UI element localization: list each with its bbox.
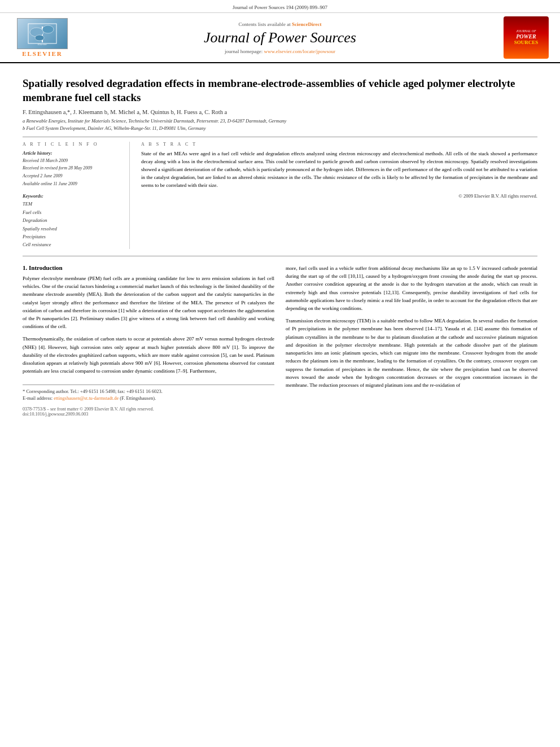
footnote-email: E-mail address: ettingshausen@st.tu-darm… xyxy=(23,395,274,401)
article-dates: Received 18 March 2009 Received in revis… xyxy=(23,157,121,187)
intro-heading: 1. Introduction xyxy=(23,264,274,271)
contents-line: Contents lists available at ScienceDirec… xyxy=(73,21,487,27)
received-date: Received 18 March 2009 xyxy=(23,157,121,165)
email-label: E-mail address: xyxy=(23,395,53,401)
header-center: Contents lists available at ScienceDirec… xyxy=(73,21,487,54)
svg-text:Elsevier: Elsevier xyxy=(37,43,47,46)
accepted-date: Accepted 2 June 2009 xyxy=(23,172,121,180)
keyword-4: Spatially resolved xyxy=(23,225,121,233)
homepage-label: journal homepage: xyxy=(225,49,262,54)
badge-line3: SOURCES xyxy=(514,40,539,46)
article-info-col: A R T I C L E I N F O Article history: R… xyxy=(23,142,130,249)
email-suffix: (F. Ettingshausen). xyxy=(120,395,156,401)
sciencedirect-link[interactable]: ScienceDirect xyxy=(292,21,321,27)
article-body: Spatially resolved degradation effects i… xyxy=(0,63,560,428)
affiliation-b: b Fuel Cell System Development, Daimler … xyxy=(23,125,537,132)
contents-label: Contents lists available at xyxy=(239,21,291,27)
intro-para-2: Thermodynamically, the oxidation of carb… xyxy=(23,335,274,375)
svg-point-3 xyxy=(42,25,54,33)
svg-point-4 xyxy=(35,35,44,41)
right-para-1: more, fuel cells used in a vehicle suffe… xyxy=(286,264,537,312)
elsevier-tree-icon: Elsevier xyxy=(25,21,59,46)
journal-ref-text: Journal of Power Sources 194 (2009) 899–… xyxy=(233,5,327,10)
journal-homepage: journal homepage: www.elsevier.com/locat… xyxy=(73,49,487,54)
right-col: more, fuel cells used in a vehicle suffe… xyxy=(286,264,537,417)
elsevier-brand-text: ELSEVIER xyxy=(22,50,63,57)
abstract-label: A B S T R A C T xyxy=(141,142,537,147)
divider-1 xyxy=(23,137,537,137)
footer-bottom: 0378-7753/$ – see front matter © 2009 El… xyxy=(23,407,274,412)
affiliations: a Renewable Energies, Institute for Mate… xyxy=(23,117,537,132)
keyword-6: Cell resistance xyxy=(23,241,121,248)
article-title: Spatially resolved degradation effects i… xyxy=(23,77,537,104)
header-left: Elsevier ELSEVIER xyxy=(11,18,73,57)
keywords-list: TEM Fuel cells Degradation Spatially res… xyxy=(23,200,121,249)
keyword-3: Degradation xyxy=(23,216,121,224)
divider-2 xyxy=(23,256,537,256)
main-content: 1. Introduction Polymer electrolyte memb… xyxy=(23,264,537,417)
abstract-col: A B S T R A C T State of the art MEAs we… xyxy=(141,142,537,249)
elsevier-logo: Elsevier ELSEVIER xyxy=(11,18,73,57)
article-footer: * Corresponding author. Tel.: +49 6151 1… xyxy=(23,385,274,417)
journal-badge: JOURNAL OF POWER SOURCES xyxy=(504,16,549,59)
keyword-1: TEM xyxy=(23,200,121,208)
badge-line1: JOURNAL OF POWER xyxy=(516,29,536,40)
available-date: Available online 11 June 2009 xyxy=(23,180,121,188)
homepage-url[interactable]: www.elsevier.com/locate/jpowsour xyxy=(264,49,335,54)
info-abstract-row: A R T I C L E I N F O Article history: R… xyxy=(23,142,537,249)
revised-date: Received in revised form 28 May 2009 xyxy=(23,164,121,172)
abstract-text: State of the art MEAs were aged in a fue… xyxy=(141,150,537,190)
journal-title: Journal of Power Sources xyxy=(73,29,487,46)
copyright-line: © 2009 Elsevier B.V. All rights reserved… xyxy=(141,193,537,199)
header-band: Elsevier ELSEVIER Contents lists availab… xyxy=(0,13,560,63)
doi-line: doi:10.1016/j.jpowsour.2009.06.003 xyxy=(23,412,274,417)
email-address[interactable]: ettingshausen@st.tu-darmstadt.de xyxy=(54,395,119,401)
keywords-label: Keywords: xyxy=(23,193,121,199)
intro-para-1: Polymer electrolyte membrane (PEM) fuel … xyxy=(23,274,274,331)
journal-ref-top: Journal of Power Sources 194 (2009) 899–… xyxy=(0,0,560,13)
issn-line: 0378-7753/$ – see front matter © 2009 El… xyxy=(23,407,154,412)
right-para-2: Transmission electron microscopy (TEM) i… xyxy=(286,317,537,389)
keyword-5: Precipitates xyxy=(23,233,121,241)
affiliation-a: a Renewable Energies, Institute for Mate… xyxy=(23,117,537,125)
elsevier-logo-image: Elsevier xyxy=(17,18,68,49)
article-history-label: Article history: xyxy=(23,150,121,156)
page: Journal of Power Sources 194 (2009) 899–… xyxy=(0,0,560,747)
header-right: JOURNAL OF POWER SOURCES xyxy=(487,16,549,59)
keyword-2: Fuel cells xyxy=(23,208,121,216)
footnote-star: * Corresponding author. Tel.: +49 6151 1… xyxy=(23,388,274,394)
left-col: 1. Introduction Polymer electrolyte memb… xyxy=(23,264,274,417)
authors: F. Ettingshausen a,*, J. Kleemann b, M. … xyxy=(23,109,537,115)
article-info-label: A R T I C L E I N F O xyxy=(23,142,121,147)
